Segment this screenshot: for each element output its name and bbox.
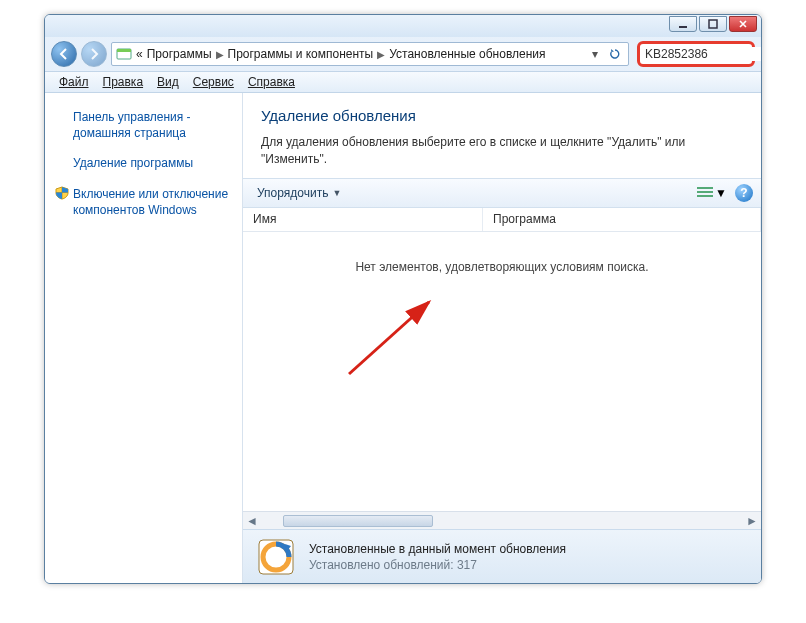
svg-rect-4 xyxy=(697,187,713,189)
dropdown-button[interactable]: ▾ xyxy=(586,45,604,63)
window: « Программы▶ Программы и компоненты▶ Уст… xyxy=(44,14,762,584)
horizontal-scrollbar[interactable]: ◄ ► xyxy=(243,511,761,529)
chevron-right-icon: ▶ xyxy=(216,49,224,60)
svg-rect-0 xyxy=(679,26,687,28)
menu-bar: Файл Правка Вид Сервис Справка xyxy=(45,71,761,93)
list-area: Нет элементов, удовлетворяющих условиям … xyxy=(243,232,761,511)
scroll-left-button[interactable]: ◄ xyxy=(243,513,261,529)
scroll-right-button[interactable]: ► xyxy=(743,513,761,529)
refresh-button[interactable] xyxy=(606,45,624,63)
column-program[interactable]: Программа xyxy=(483,208,761,231)
body: Панель управления - домашняя страница Уд… xyxy=(45,93,761,583)
minimize-button[interactable] xyxy=(669,16,697,32)
breadcrumb-item[interactable]: Программы xyxy=(147,47,212,61)
empty-message: Нет элементов, удовлетворяющих условиям … xyxy=(243,260,761,274)
maximize-button[interactable] xyxy=(699,16,727,32)
column-headers: Имя Программа xyxy=(243,208,761,232)
chevron-right-icon: ▶ xyxy=(377,49,385,60)
chevron-down-icon: ▼ xyxy=(715,186,727,200)
sidebar-link-home[interactable]: Панель управления - домашняя страница xyxy=(55,105,232,145)
svg-rect-6 xyxy=(697,195,713,197)
annotation-arrow xyxy=(339,294,459,384)
main-area: Удаление обновления Для удаления обновле… xyxy=(243,93,761,583)
breadcrumb-item[interactable]: Программы и компоненты xyxy=(228,47,374,61)
close-button[interactable] xyxy=(729,16,757,32)
menu-view[interactable]: Вид xyxy=(151,73,185,91)
menu-edit[interactable]: Правка xyxy=(97,73,150,91)
nav-row: « Программы▶ Программы и компоненты▶ Уст… xyxy=(45,37,761,71)
updates-icon xyxy=(255,536,297,578)
breadcrumb-item[interactable]: Установленные обновления xyxy=(389,47,545,61)
status-bar: Установленные в данный момент обновления… xyxy=(243,529,761,583)
view-button[interactable]: ▼ xyxy=(697,186,727,200)
organize-button[interactable]: Упорядочить▼ xyxy=(251,184,347,202)
toolbar: Упорядочить▼ ▼ ? xyxy=(243,178,761,208)
menu-file[interactable]: Файл xyxy=(53,73,95,91)
svg-rect-3 xyxy=(117,49,131,52)
status-title: Установленные в данный момент обновления xyxy=(309,542,566,556)
sidebar: Панель управления - домашняя страница Уд… xyxy=(45,93,243,583)
sidebar-link-features[interactable]: Включение или отключение компонентов Win… xyxy=(55,182,232,222)
back-button[interactable] xyxy=(51,41,77,67)
titlebar xyxy=(45,15,761,37)
status-text: Установленные в данный момент обновления… xyxy=(309,542,566,572)
menu-tools[interactable]: Сервис xyxy=(187,73,240,91)
menu-help[interactable]: Справка xyxy=(242,73,301,91)
svg-rect-1 xyxy=(709,20,717,28)
page-title: Удаление обновления xyxy=(261,107,743,124)
search-box[interactable]: × xyxy=(637,41,755,67)
svg-rect-5 xyxy=(697,191,713,193)
breadcrumb[interactable]: « Программы▶ Программы и компоненты▶ Уст… xyxy=(136,47,546,61)
column-name[interactable]: Имя xyxy=(243,208,483,231)
forward-button[interactable] xyxy=(81,41,107,67)
help-button[interactable]: ? xyxy=(735,184,753,202)
breadcrumb-prefix: « xyxy=(136,47,143,61)
address-bar[interactable]: « Программы▶ Программы и компоненты▶ Уст… xyxy=(111,42,629,66)
search-input[interactable] xyxy=(645,47,762,61)
sidebar-link-uninstall[interactable]: Удаление программы xyxy=(55,151,232,175)
page-description: Для удаления обновления выберите его в с… xyxy=(261,134,743,168)
shield-icon xyxy=(55,186,69,200)
chevron-down-icon: ▼ xyxy=(332,188,341,198)
control-panel-icon xyxy=(116,46,132,62)
svg-line-7 xyxy=(349,302,429,374)
view-icon xyxy=(697,186,713,200)
main-header: Удаление обновления Для удаления обновле… xyxy=(243,93,761,178)
scrollbar-thumb[interactable] xyxy=(283,515,433,527)
status-count: Установлено обновлений: 317 xyxy=(309,558,566,572)
